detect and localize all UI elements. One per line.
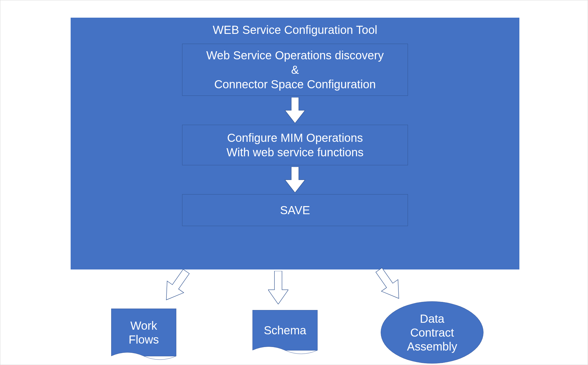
step1-line1: Web Service Operations discovery	[206, 48, 384, 63]
document-wave-icon	[111, 350, 176, 362]
main-title: WEB Service Configuration Tool	[213, 23, 377, 36]
output-data-contract: Data Contract Assembly	[381, 301, 483, 364]
step-configure-box: Configure MIM Operations With web servic…	[182, 125, 408, 165]
document-wave-icon	[252, 344, 318, 356]
output-schema: Schema	[252, 310, 318, 351]
schema-line1: Schema	[264, 323, 306, 337]
data-contract-line3: Assembly	[407, 340, 457, 353]
arrow-down-icon	[285, 97, 305, 123]
data-contract-line2: Contract	[410, 326, 454, 340]
arrow-down-center-icon	[268, 271, 288, 304]
arrow-down-icon	[285, 167, 305, 193]
step3-line1: SAVE	[280, 203, 310, 217]
step1-line2: &	[291, 63, 299, 77]
main-container: WEB Service Configuration Tool Web Servi…	[71, 18, 519, 269]
output-workflows: Work Flows	[111, 309, 176, 356]
workflows-line1: Work	[130, 319, 157, 333]
arrow-diagonal-left-icon	[157, 268, 194, 306]
step2-line1: Configure MIM Operations	[227, 131, 363, 145]
workflows-line2: Flows	[129, 333, 159, 346]
step-save-box: SAVE	[182, 194, 408, 226]
data-contract-line1: Data	[420, 312, 444, 326]
step1-line3: Connector Space Configuration	[214, 77, 376, 91]
arrow-diagonal-right-icon	[371, 267, 409, 304]
step-discovery-box: Web Service Operations discovery & Conne…	[182, 44, 408, 96]
step2-line2: With web service functions	[226, 145, 364, 159]
